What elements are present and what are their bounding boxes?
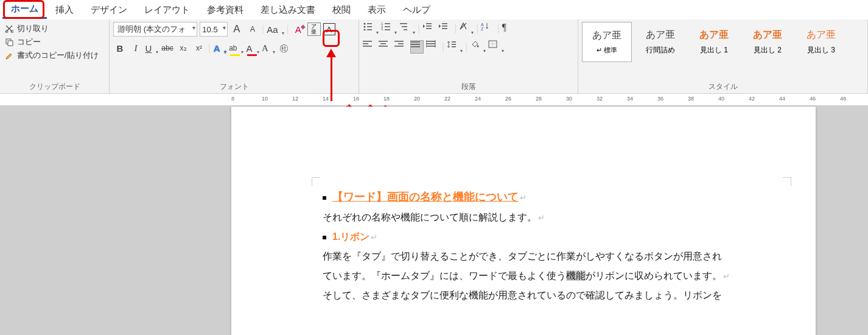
- ruler-tick: 36: [657, 96, 663, 102]
- svg-rect-24: [442, 28, 447, 29]
- align-right-button[interactable]: [394, 40, 408, 54]
- multilevel-list-button[interactable]: [399, 22, 415, 35]
- align-left-button[interactable]: [363, 40, 376, 54]
- distribute-button[interactable]: [426, 40, 439, 54]
- align-justify-button[interactable]: [410, 40, 424, 54]
- svg-point-6: [364, 26, 366, 28]
- ruler-tick: 10: [262, 96, 268, 102]
- ruler-tick: 8: [231, 96, 234, 102]
- style-normal[interactable]: あア亜 ↵ 標準: [582, 22, 632, 62]
- style-name-label: 見出し 1: [700, 45, 728, 55]
- grow-font-button[interactable]: A: [230, 23, 243, 36]
- ruler-tick: 18: [383, 96, 390, 102]
- tab-help[interactable]: ヘルプ: [394, 2, 439, 18]
- style-preview: あア亜: [646, 29, 675, 41]
- ruler-tick: 34: [627, 96, 633, 102]
- font-name-select[interactable]: 游明朝 (本文のフォ: [113, 22, 197, 37]
- bullets-icon: [363, 22, 373, 30]
- svg-rect-37: [411, 44, 420, 45]
- font-size-select[interactable]: 10.5: [200, 22, 228, 37]
- asian-layout-button[interactable]: [459, 22, 474, 35]
- sort-button[interactable]: AZ: [481, 22, 494, 35]
- tab-view[interactable]: 表示: [359, 2, 394, 18]
- group-paragraph-label: 段落: [363, 80, 574, 92]
- ruler-tick: 30: [566, 96, 572, 102]
- subscript-button[interactable]: x₂: [177, 41, 190, 55]
- style-heading3[interactable]: あア亜 見出し 3: [796, 22, 846, 62]
- ruler-tick: 48: [840, 96, 846, 102]
- document-body[interactable]: 【ワード】画面の名称と機能について それぞれの名称や機能について順に解説します。…: [231, 107, 816, 305]
- doc-paragraph: 作業を『タブ』で切り替えることができ、タブごとに作業がしやすくなるボタンが用意さ…: [323, 251, 722, 261]
- ruler-tick: 44: [779, 96, 785, 102]
- underline-button[interactable]: U: [145, 41, 158, 55]
- cut-label: 切り取り: [17, 23, 49, 34]
- cut-button[interactable]: 切り取り: [4, 22, 105, 35]
- document-page[interactable]: 【ワード】画面の名称と機能について それぞれの名称や機能について順に解説します。…: [231, 107, 816, 335]
- change-case-button[interactable]: Aa: [267, 23, 284, 36]
- highlight-color-button[interactable]: ab: [229, 41, 243, 55]
- phonetic-guide-button[interactable]: ア 亜: [307, 23, 321, 36]
- tab-layout[interactable]: レイアウト: [136, 2, 198, 18]
- doc-paragraph: がリボンに収められています。: [586, 270, 722, 281]
- enclose-char-button[interactable]: ㊓: [278, 41, 291, 55]
- svg-rect-5: [367, 23, 372, 24]
- asian-layout-icon: [459, 22, 467, 30]
- horizontal-ruler[interactable]: 8101214161820222426283032343638404244464…: [0, 94, 868, 106]
- ruler-tick: 22: [444, 96, 450, 102]
- ruler-tick: 28: [536, 96, 542, 102]
- bold-button[interactable]: B: [113, 41, 127, 55]
- clear-formatting-button[interactable]: A◆: [292, 23, 305, 36]
- svg-rect-15: [385, 29, 390, 30]
- font-color-button[interactable]: A: [246, 41, 259, 55]
- align-center-button[interactable]: [379, 40, 392, 54]
- group-clipboard: 切り取り コピー 書式のコピー/貼り付け クリップボード: [0, 19, 110, 93]
- tab-mailings[interactable]: 差し込み文書: [252, 2, 324, 18]
- ruler-tick: 12: [292, 96, 298, 102]
- tab-references[interactable]: 参考資料: [198, 2, 252, 18]
- tab-review[interactable]: 校閲: [324, 2, 359, 18]
- bullets-button[interactable]: [363, 22, 379, 35]
- copy-button[interactable]: コピー: [4, 35, 105, 49]
- margin-marker-tr: [783, 177, 791, 186]
- tab-design[interactable]: デザイン: [82, 2, 136, 18]
- tab-home[interactable]: ホーム: [2, 1, 47, 19]
- align-center-icon: [379, 40, 388, 48]
- char-border-button[interactable]: A: [323, 23, 335, 35]
- svg-rect-43: [452, 44, 456, 45]
- italic-button[interactable]: I: [129, 41, 142, 55]
- style-heading2[interactable]: あア亜 見出し 2: [743, 22, 793, 62]
- svg-rect-35: [394, 46, 404, 47]
- svg-point-8: [364, 29, 366, 31]
- svg-rect-19: [426, 23, 432, 24]
- strike-button[interactable]: abc: [161, 41, 174, 55]
- text-effects-button[interactable]: A: [213, 41, 226, 55]
- line-spacing-button[interactable]: [447, 40, 463, 54]
- format-painter-button[interactable]: 書式のコピー/貼り付け: [4, 49, 105, 62]
- superscript-button[interactable]: x²: [192, 41, 206, 55]
- ruler-tick: 20: [414, 96, 420, 102]
- style-no-spacing[interactable]: あア亜 行間詰め: [635, 22, 685, 62]
- borders-icon: [488, 40, 498, 49]
- group-styles-label: スタイル: [582, 80, 864, 92]
- group-clipboard-label: クリップボード: [4, 80, 105, 92]
- borders-button[interactable]: [488, 40, 504, 54]
- style-preview: あア亜: [699, 29, 729, 41]
- svg-rect-23: [442, 26, 447, 27]
- ruler-tick: 32: [597, 96, 603, 102]
- group-font: 游明朝 (本文のフォ 10.5 A A | Aa | A◆ ア 亜 A B I …: [110, 19, 359, 93]
- shrink-font-button[interactable]: A: [246, 23, 259, 36]
- numbering-button[interactable]: 123: [381, 22, 397, 35]
- show-marks-button[interactable]: ¶: [502, 22, 516, 35]
- decrease-indent-button[interactable]: [422, 22, 436, 35]
- shading-button[interactable]: [470, 40, 486, 54]
- ruler-tick: 40: [718, 96, 724, 102]
- char-shading-button[interactable]: A: [262, 41, 275, 55]
- brush-icon: [5, 51, 13, 60]
- group-font-label: フォント: [113, 80, 355, 92]
- svg-rect-28: [363, 43, 368, 44]
- increase-indent-button[interactable]: [438, 22, 452, 35]
- style-heading1[interactable]: あア亜 見出し 1: [689, 22, 739, 62]
- svg-text:3: 3: [381, 28, 383, 30]
- distribute-icon: [426, 40, 436, 48]
- tab-insert[interactable]: 挿入: [47, 2, 82, 18]
